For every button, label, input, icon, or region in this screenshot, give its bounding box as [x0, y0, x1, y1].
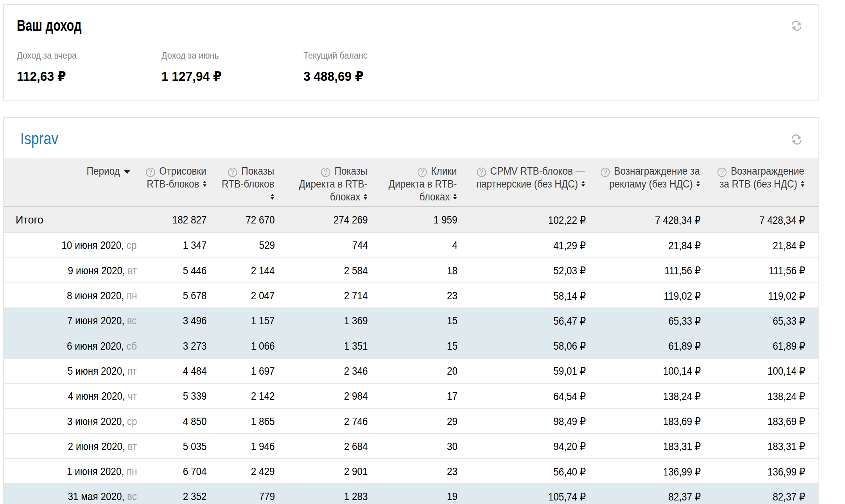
column-header-direct-clicks[interactable]: ?Клики Директа в RTB- блоках [380, 158, 463, 207]
date-text: 4 июня 2020, [68, 390, 125, 402]
cell-value: 779 [215, 483, 290, 504]
cell-value: 2 346 [290, 358, 380, 383]
cell-value: 29 [380, 408, 463, 433]
column-header-rtb-shows[interactable]: ?Показы RTB-блоков [215, 158, 290, 207]
cell-value: 17 [380, 383, 463, 408]
cell-date: 10 июня 2020, ср [4, 232, 139, 257]
column-header-reward-ads[interactable]: ?Вознаграждение за рекламу (без НДС) [589, 158, 707, 207]
cell-value: 138,24 ₽ [589, 383, 707, 408]
date-text: 31 мая 2020, [68, 491, 125, 502]
table-header-row: Период ?Отрисовки RTB-блоков ?Показы RTB… [4, 158, 818, 207]
column-header-period[interactable]: Период [4, 158, 139, 207]
cell-date: 7 июня 2020, вс [4, 307, 139, 332]
sort-icon[interactable] [271, 194, 274, 200]
help-icon[interactable]: ? [321, 168, 330, 177]
help-icon[interactable]: ? [418, 168, 427, 177]
cell-value: 274 269 [290, 207, 380, 232]
help-icon[interactable]: ? [477, 168, 486, 177]
cell-value: 1 157 [215, 307, 290, 332]
sort-icon[interactable] [581, 181, 585, 187]
cell-value: 138,24 ₽ [707, 383, 818, 408]
cell-value: 23 [380, 282, 463, 307]
refresh-icon [791, 21, 802, 31]
total-row: Итого182 82772 670274 2691 959102,22 ₽7 … [4, 207, 818, 232]
refresh-button[interactable] [791, 134, 802, 145]
cell-value: 21,84 ₽ [589, 232, 707, 257]
weekday-text: пт [127, 365, 137, 377]
table-row: 5 июня 2020, пт4 4841 6972 3462059,01 ₽1… [4, 358, 818, 383]
income-card: Ваш доход Доход за вчера 112,63 ₽ Доход … [3, 4, 819, 101]
cell-value: 59,01 ₽ [463, 358, 589, 383]
date-text: 9 июня 2020, [68, 265, 125, 277]
help-icon[interactable]: ? [601, 168, 610, 177]
cell-value: 41,29 ₽ [463, 232, 589, 257]
help-icon[interactable]: ? [228, 168, 237, 177]
caret-down-icon [124, 170, 130, 174]
cell-value: 98,49 ₽ [463, 408, 589, 433]
sort-icon[interactable] [364, 194, 367, 200]
cell-value: 58,06 ₽ [463, 332, 589, 357]
table-row: 9 июня 2020, вт5 4462 1442 5841852,03 ₽1… [4, 257, 818, 282]
sort-icon[interactable] [203, 181, 206, 187]
stat-label: Доход за вчера [17, 50, 147, 61]
date-text: 7 июня 2020, [67, 315, 124, 327]
cell-value: 111,56 ₽ [589, 257, 707, 282]
column-header-rtb-renders[interactable]: ?Отрисовки RTB-блоков [139, 158, 215, 207]
table-row: 3 июня 2020, ср4 8501 8652 7462998,49 ₽1… [4, 408, 818, 433]
cell-value: 15 [380, 332, 463, 357]
cell-value: 64,54 ₽ [463, 383, 589, 408]
weekday-text: чт [127, 390, 137, 402]
column-header-reward-rtb[interactable]: ?Вознаграждение за RTB (без НДС) [707, 158, 818, 207]
sort-icon[interactable] [801, 181, 804, 187]
table-row: 8 июня 2020, пн5 6782 0472 7142358,14 ₽1… [4, 282, 818, 307]
cell-value: 119,02 ₽ [589, 282, 707, 307]
cell-value: 182 827 [139, 207, 215, 232]
cell-date: 1 июня 2020, пн [4, 458, 139, 483]
sort-icon[interactable] [696, 181, 700, 187]
date-text: 3 июня 2020, [67, 416, 124, 427]
weekday-text: вс [127, 491, 137, 502]
help-icon[interactable]: ? [718, 168, 727, 177]
weekday-text: вт [127, 265, 137, 277]
weekday-text: пн [126, 290, 137, 302]
cell-value: 2 714 [290, 282, 380, 307]
weekday-text: ср [127, 416, 137, 427]
cell-date: 8 июня 2020, пн [4, 282, 139, 307]
cell-value: 94,20 ₽ [463, 433, 589, 458]
cell-value: 15 [380, 307, 463, 332]
weekday-text: ср [127, 239, 137, 251]
table-row: 1 июня 2020, пн6 7042 4292 9012356,40 ₽1… [4, 458, 818, 483]
table-row: 7 июня 2020, вс3 4961 1571 3691556,47 ₽6… [4, 307, 818, 332]
help-icon[interactable]: ? [146, 168, 155, 177]
weekday-text: вс [127, 315, 137, 327]
cell-date: 5 июня 2020, пт [4, 358, 139, 383]
refresh-button[interactable] [791, 21, 802, 31]
cell-value: 136,99 ₽ [707, 458, 818, 483]
date-text: 2 июня 2020, [68, 441, 125, 452]
cell-value: 1 959 [380, 207, 463, 232]
column-header-cpmv[interactable]: ?CPMV RTB-блоков — партнерские (без НДС) [463, 158, 589, 207]
stat-month: Доход за июнь 1 127,94 ₽ [161, 50, 303, 84]
cell-value: 2 142 [215, 383, 290, 408]
cell-value: 2 429 [215, 458, 290, 483]
cell-value: 1 347 [139, 232, 215, 257]
table-row: 4 июня 2020, чт5 3392 1422 9841764,54 ₽1… [4, 383, 818, 408]
date-text: 5 июня 2020, [68, 365, 125, 377]
table-row: 10 июня 2020, ср1 347529744441,29 ₽21,84… [4, 232, 818, 257]
cell-value: 56,40 ₽ [463, 458, 589, 483]
table-row: 31 мая 2020, вс2 3527791 28319105,74 ₽82… [4, 483, 818, 504]
column-header-direct-shows[interactable]: ?Показы Директа в RTB- блоках [290, 158, 380, 207]
cell-value: 20 [380, 358, 463, 383]
cell-value: 4 850 [139, 408, 215, 433]
cell-value: 52,03 ₽ [463, 257, 589, 282]
cell-value: 1 066 [215, 332, 290, 357]
cell-value: 100,14 ₽ [707, 358, 818, 383]
sort-icon[interactable] [453, 194, 457, 200]
report-card-header: Isprav [4, 118, 818, 148]
report-title-link[interactable]: Isprav [20, 129, 58, 148]
cell-value: 4 484 [139, 358, 215, 383]
cell-value: 23 [380, 458, 463, 483]
cell-value: 58,14 ₽ [463, 282, 589, 307]
cell-value: 2 584 [290, 257, 380, 282]
cell-date: 6 июня 2020, сб [4, 332, 139, 357]
